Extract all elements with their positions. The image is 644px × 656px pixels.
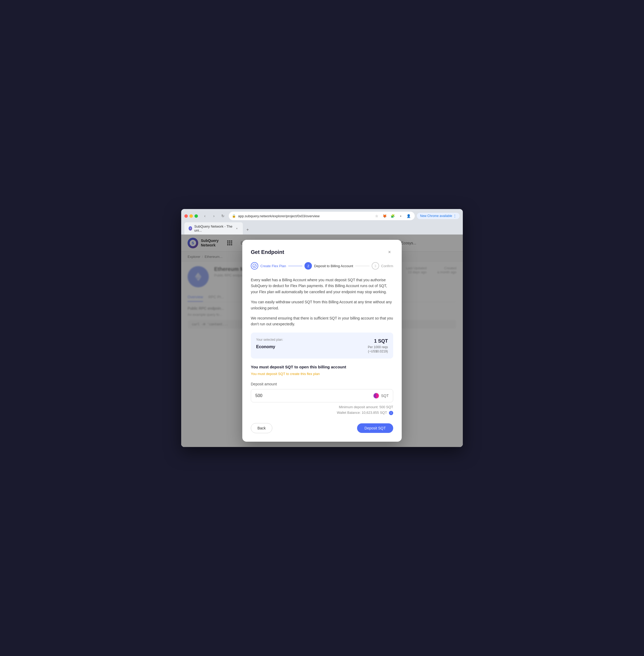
deposit-section: You must deposit SQT to open this billin… [251,364,393,416]
plan-card: Your selected plan: Economy 1 SQT Per 10… [251,332,393,358]
browser-nav: ‹ › ↻ [201,212,227,220]
plan-name: Economy [256,344,283,350]
info-icon[interactable]: i [389,411,393,415]
deposit-amount-input[interactable] [255,393,370,398]
nav-refresh-button[interactable]: ↻ [219,212,227,220]
min-deposit-text: Minimum deposit amount: 500 SQT [251,404,393,410]
nav-forward-button[interactable]: › [210,212,217,220]
deposit-info: Minimum deposit amount: 500 SQT Wallet B… [251,404,393,416]
step-3-label: Confirm [381,264,393,268]
deposit-input-wrap: SQT [251,389,393,402]
deposit-sqt-button[interactable]: Deposit SQT [357,423,393,433]
modal-body: Every wallet has a Billing Account where… [251,277,393,416]
modal-footer: Back Deposit SQT [251,423,393,433]
tab-title: SubQuery Network - The uni... [194,225,233,232]
security-icon: 🔒 [232,214,236,218]
step-1-label: Create Flex Plan [260,264,286,268]
plan-label: Your selected plan: [256,337,283,342]
step-2-circle: 2 [304,262,312,270]
plan-price: 1 SQT [368,337,388,345]
step-line-1 [288,266,302,266]
modal-header: Get Endpoint × [251,248,393,256]
address-bar[interactable]: 🔒 app.subquery.network/explorer/project/… [229,212,415,220]
bookmark-icon[interactable]: ☆ [374,213,380,219]
step-line-2 [355,266,369,266]
address-icons: ☆ 🦊 🧩 ▪ 👤 [374,213,412,219]
browser-top-bar: ‹ › ↻ 🔒 app.subquery.network/explorer/pr… [184,212,460,220]
modal-close-button[interactable]: × [386,248,393,256]
extension-icon[interactable]: 🧩 [390,213,396,219]
sqt-token-icon [373,393,380,399]
address-text: app.subquery.network/explorer/project/0x… [238,214,372,218]
body-text-2: You can easily withdraw unused SQT from … [251,299,393,311]
step-3: 3 Confirm [372,262,393,270]
traffic-light-maximize[interactable] [194,214,198,218]
traffic-light-close[interactable] [184,214,188,218]
sqt-token: SQT [373,393,389,399]
deposit-label: Deposit amount [251,381,393,387]
deposit-subtitle: You must deposit SQT to create this flex… [251,371,393,377]
step-3-circle: 3 [372,262,379,270]
step-2: 2 Deposit to Billing Account [304,262,353,270]
step-1-circle [251,262,258,270]
checkmark-icon [252,264,257,268]
plan-per: Per 1000 reqs [368,345,388,349]
tab-close-button[interactable]: × [235,226,238,231]
fox-icon[interactable]: 🦊 [382,213,388,219]
traffic-light-minimize[interactable] [189,214,193,218]
tab-favicon: S [189,226,192,231]
new-tab-button[interactable]: + [244,226,251,233]
tabs-bar: S SubQuery Network - The uni... × + [184,222,460,235]
wallet-balance-text: Wallet Balance: 10,623.855 SQT i [251,410,393,416]
plan-card-right: 1 SQT Per 1000 reqs (~US$0.0219) [368,337,388,354]
back-button[interactable]: Back [251,423,272,433]
svg-point-4 [253,264,256,268]
body-text-3: We recommend ensuring that there is suff… [251,315,393,327]
browser-chrome: ‹ › ↻ 🔒 app.subquery.network/explorer/pr… [181,209,463,235]
plan-usd: (~US$0.0219) [368,350,388,353]
step-1: Create Flex Plan [251,262,286,270]
wallet-icon[interactable]: ▪ [398,213,404,219]
app-content: S SubQuery Network Dashbo [181,235,463,447]
user-icon[interactable]: 👤 [406,213,412,219]
plan-price-per: Per 1000 reqs (~US$0.0219) [368,345,388,354]
more-options-icon: ⋮ [453,214,456,218]
new-chrome-label: New Chrome available [420,214,452,218]
traffic-lights [184,214,198,218]
new-chrome-button[interactable]: New Chrome available ⋮ [417,213,460,219]
modal-overlay: Get Endpoint × Create Flex Plan [181,235,463,447]
deposit-title: You must deposit SQT to open this billin… [251,364,393,370]
browser-window: ‹ › ↻ 🔒 app.subquery.network/explorer/pr… [181,209,463,447]
body-text-1: Every wallet has a Billing Account where… [251,277,393,295]
stepper: Create Flex Plan 2 Deposit to Billing Ac… [251,262,393,270]
wallet-balance-value: Wallet Balance: 10,623.855 SQT [337,411,387,415]
sqt-currency-label: SQT [381,393,389,399]
step-2-label: Deposit to Billing Account [314,264,353,268]
modal-title: Get Endpoint [251,249,284,255]
modal: Get Endpoint × Create Flex Plan [242,240,402,442]
nav-back-button[interactable]: ‹ [201,212,209,220]
browser-tab-active[interactable]: S SubQuery Network - The uni... × [184,222,243,235]
plan-card-left: Your selected plan: Economy [256,337,283,350]
